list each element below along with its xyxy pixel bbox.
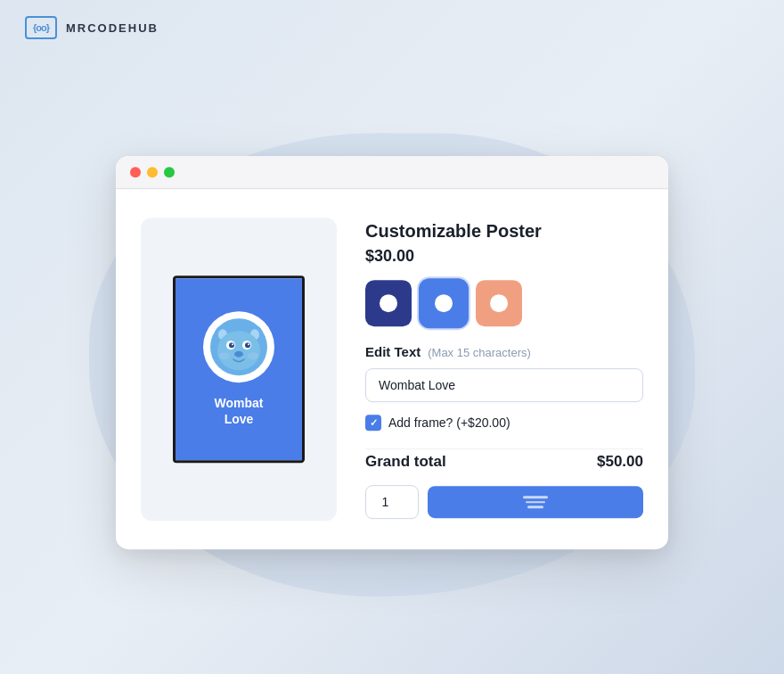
poster-inner: Wombat Love — [176, 278, 302, 460]
logo-text: MRCODEHUB — [66, 21, 159, 35]
window-minimize-dot[interactable] — [147, 167, 158, 177]
svg-point-5 — [217, 331, 260, 370]
svg-point-12 — [234, 350, 243, 357]
window-maximize-dot[interactable] — [164, 167, 175, 177]
product-price: $30.00 — [365, 247, 643, 266]
cart-icon — [444, 496, 627, 508]
swatch-dot-dark — [380, 294, 397, 312]
edit-text-label: Edit Text — [365, 344, 421, 359]
add-to-cart-button[interactable] — [428, 486, 643, 518]
svg-point-8 — [229, 342, 234, 348]
window-close-dot[interactable] — [130, 167, 141, 177]
poster-text: Wombat Love — [215, 395, 264, 427]
poster-preview-area: Wombat Love — [141, 218, 337, 521]
product-title: Customizable Poster — [365, 221, 643, 242]
grand-total-value: $50.00 — [597, 453, 643, 471]
btn-line-2 — [526, 501, 545, 504]
wombat-avatar — [203, 311, 274, 382]
color-swatch-peach[interactable] — [476, 280, 522, 326]
browser-card: Wombat Love Customizable Poster $30.00 — [116, 156, 668, 549]
quantity-input[interactable] — [365, 485, 419, 519]
frame-checkbox-row: ✓ Add frame? (+$20.00) — [365, 415, 643, 431]
svg-point-13 — [219, 352, 230, 359]
svg-point-9 — [245, 342, 250, 348]
top-bar: {oo} MRCODEHUB — [0, 0, 784, 55]
grand-total-row: Grand total $50.00 — [365, 448, 643, 471]
poster-text-input[interactable] — [365, 368, 643, 402]
frame-checkbox-label: Add frame? (+$20.00) — [388, 415, 510, 430]
btn-line-3 — [527, 506, 543, 508]
color-swatch-dark[interactable] — [365, 280, 412, 326]
svg-point-14 — [248, 352, 258, 359]
wombat-svg — [207, 315, 271, 379]
product-details: Customizable Poster $30.00 Edit Text (Ma… — [365, 218, 643, 519]
edit-text-row: Edit Text (Max 15 characters) — [365, 344, 643, 359]
color-swatch-blue[interactable] — [421, 280, 467, 326]
edit-text-hint: (Max 15 characters) — [428, 346, 531, 359]
swatch-dot-peach — [490, 294, 508, 312]
action-row — [365, 485, 643, 519]
color-swatches — [365, 280, 643, 326]
frame-checkbox[interactable]: ✓ — [365, 415, 381, 431]
logo-icon: {oo} — [25, 16, 57, 39]
poster-frame: Wombat Love — [173, 275, 305, 463]
svg-point-11 — [248, 343, 249, 345]
swatch-dot-blue — [435, 294, 453, 312]
svg-point-10 — [232, 343, 233, 345]
browser-chrome — [116, 156, 668, 189]
browser-content: Wombat Love Customizable Poster $30.00 — [116, 189, 668, 549]
btn-line-1 — [523, 496, 548, 498]
checkmark-icon: ✓ — [370, 418, 378, 428]
grand-total-label: Grand total — [365, 453, 446, 471]
